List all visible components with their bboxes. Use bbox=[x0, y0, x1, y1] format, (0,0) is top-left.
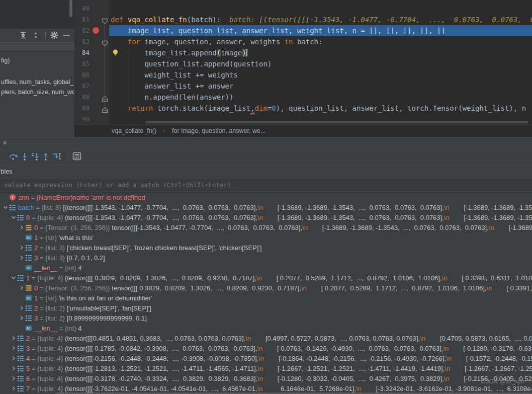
variable-row-1[interactable]: 011 = {str} 'what is this' bbox=[0, 232, 532, 243]
code-line[interactable]: image_list.append(image) bbox=[109, 47, 532, 58]
gutter-row: 85 bbox=[74, 58, 109, 69]
chevron-down-icon[interactable] bbox=[10, 275, 17, 281]
frame-item[interactable]: plers, batch_size, num_wo bbox=[1, 89, 75, 96]
close-icon[interactable]: × bbox=[3, 138, 7, 147]
variable-row-6[interactable]: 6 = {tuple: 4} (tensor([[[-0.3178, -0.27… bbox=[0, 373, 532, 383]
variables-tree: !ann = {NameError}name 'ann' is not defi… bbox=[0, 192, 532, 394]
step-over-icon[interactable] bbox=[9, 152, 19, 161]
variable-row-3[interactable]: 3 = {tuple: 4} (tensor([[[ 0.1785, -0.08… bbox=[0, 343, 532, 353]
variable-row-7[interactable]: 7 = {tuple: 4} (tensor([[[-3.7622e-01, -… bbox=[0, 383, 532, 393]
code-editor[interactable]: 8081828384858687888990 def vqa_collate_f… bbox=[74, 0, 532, 124]
variable-row-batch[interactable]: batch = {list: 8} [(tensor([[[-1.3543, -… bbox=[0, 202, 532, 212]
chevron-right-icon[interactable] bbox=[10, 365, 17, 371]
breakpoint-dot-icon[interactable] bbox=[93, 27, 99, 34]
breadcrumb-statement[interactable]: for image, question, answer, we... bbox=[172, 127, 265, 134]
chevron-right-icon[interactable] bbox=[10, 355, 17, 361]
equals-sign: = bbox=[30, 214, 37, 221]
equals-sign: = bbox=[30, 345, 37, 352]
variable-value: tensor([[[ 0.3829, 0.8209, 1.3026, ..., … bbox=[112, 284, 532, 292]
run-to-cursor-icon[interactable] bbox=[52, 152, 62, 161]
list-variable-icon bbox=[9, 204, 18, 211]
variable-row-ann[interactable]: !ann = {NameError}name 'ann' is not defi… bbox=[0, 192, 532, 202]
code-line[interactable] bbox=[109, 3, 532, 14]
equals-sign: = bbox=[29, 194, 37, 201]
variable-value: 4 bbox=[78, 325, 81, 332]
gutter-row: 89 bbox=[74, 103, 109, 114]
variable-row-1[interactable]: 011 = {str} 'is this on air fan or dehum… bbox=[0, 293, 532, 303]
code-line[interactable]: for image, question, answer, weights in … bbox=[109, 36, 532, 47]
tensor-variable-icon bbox=[25, 224, 34, 231]
variable-row-4[interactable]: 4 = {tuple: 4} (tensor([[[-0.2156, -0.24… bbox=[0, 353, 532, 363]
variable-value: (tensor([[[-1.2813, -1.2521, -1.2521, ..… bbox=[65, 365, 532, 372]
force-step-into-icon[interactable] bbox=[31, 152, 41, 161]
variable-row-5[interactable]: 5 = {tuple: 4} (tensor([[[-1.2813, -1.25… bbox=[0, 363, 532, 373]
svg-text:01: 01 bbox=[27, 296, 31, 300]
variable-row-2[interactable]: 2 = {list: 2} ['unsuitable[SEP]', 'fan[S… bbox=[0, 303, 532, 313]
svg-text:!: ! bbox=[12, 195, 13, 200]
code-line[interactable]: def vqa_collate_fn(batch): batch: [(tens… bbox=[109, 14, 532, 25]
hide-icon[interactable] bbox=[62, 31, 71, 40]
variable-name: batch bbox=[18, 204, 34, 211]
variable-row-3[interactable]: 3 = {list: 2} [0.8999999999999999, 0.1] bbox=[0, 313, 532, 323]
variable-type: {list: 2} bbox=[45, 314, 67, 322]
chevron-right-icon[interactable] bbox=[10, 375, 17, 381]
chevron-down-icon[interactable] bbox=[10, 214, 17, 220]
variable-row-__len__[interactable]: 01__len__ = {int} 4 bbox=[0, 323, 532, 333]
variable-row-2[interactable]: 2 = {tuple: 4} (tensor([[[0.4851, 0.4851… bbox=[0, 333, 532, 343]
variable-name: 1 bbox=[34, 234, 38, 242]
variable-value: [0.8999999999999999, 0.1] bbox=[67, 314, 147, 322]
variable-type: {tuple: 4} bbox=[37, 385, 65, 392]
list-variable-icon bbox=[17, 335, 26, 342]
frame-item[interactable]: fig) bbox=[1, 57, 10, 64]
editor-code-area[interactable]: def vqa_collate_fn(batch): batch: [(tens… bbox=[109, 0, 532, 124]
variable-row-0[interactable]: 0 = {tuple: 4} (tensor([[[-1.3543, -1.04… bbox=[0, 212, 532, 222]
chevron-right-icon[interactable] bbox=[18, 305, 25, 311]
chevron-right-icon[interactable] bbox=[10, 335, 17, 341]
code-line[interactable]: question_list.append(question) bbox=[109, 58, 532, 69]
chevron-right-icon[interactable] bbox=[18, 315, 25, 321]
editor-horizontal-scrollbar[interactable] bbox=[145, 121, 528, 123]
breadcrumb-chevron-icon: › bbox=[163, 127, 165, 134]
line-number: 85 bbox=[77, 58, 90, 69]
chevron-right-icon[interactable] bbox=[18, 245, 25, 251]
list-variable-icon bbox=[25, 314, 34, 322]
step-out-icon[interactable] bbox=[41, 152, 51, 161]
chevron-right-icon[interactable] bbox=[10, 385, 17, 391]
chevron-down-icon[interactable] bbox=[2, 204, 9, 210]
gear-icon[interactable] bbox=[50, 31, 59, 40]
code-line[interactable]: answer_list += answer bbox=[109, 81, 532, 92]
variable-value: 4 bbox=[78, 264, 81, 272]
variable-row-3[interactable]: 3 = {list: 3} [0.7, 0.1, 0.2] bbox=[0, 253, 532, 263]
variable-row-0[interactable]: 0 = {Tensor: (3, 256, 256)} tensor([[[ 0… bbox=[0, 283, 532, 293]
chevron-right-icon[interactable] bbox=[18, 255, 25, 261]
variable-type: {tuple: 4} bbox=[37, 375, 65, 382]
gutter-row: 86 bbox=[74, 69, 109, 81]
expand-all-icon[interactable] bbox=[19, 31, 28, 40]
chevron-right-icon[interactable] bbox=[10, 345, 17, 351]
variable-row-2[interactable]: 2 = {list: 3} ['chicken breast[SEP]', 'f… bbox=[0, 243, 532, 253]
gutter-row: 84 bbox=[74, 47, 109, 58]
variable-type: {tuple: 4} bbox=[37, 274, 65, 282]
code-line[interactable]: return torch.stack(image_list,dim=0), qu… bbox=[109, 103, 532, 114]
code-line[interactable]: weight_list += weights bbox=[109, 69, 532, 81]
breadcrumb-function[interactable]: vqa_collate_fn() bbox=[112, 127, 156, 134]
variable-type: {int} bbox=[65, 264, 78, 272]
code-line[interactable]: n.append(len(answer)) bbox=[109, 92, 532, 103]
code-line[interactable]: image_list, question_list, answer_list, … bbox=[109, 25, 532, 36]
frames-scrollbar[interactable] bbox=[69, 0, 72, 17]
step-into-icon[interactable] bbox=[20, 152, 30, 161]
collapse-all-icon[interactable] bbox=[31, 31, 40, 40]
equals-sign: = bbox=[38, 254, 45, 262]
variable-type: {Tensor: (3, 256, 256)} bbox=[45, 284, 112, 292]
frame-item[interactable]: uffles, num_tasks, global_ bbox=[1, 78, 73, 86]
chevron-right-icon[interactable] bbox=[18, 285, 25, 291]
variable-type: {int} bbox=[65, 325, 78, 332]
watch-expression-input[interactable]: valuate expression (Enter) or add a watc… bbox=[0, 178, 532, 193]
evaluate-expression-icon[interactable] bbox=[72, 152, 82, 161]
variable-row-__len__[interactable]: 01__len__ = {int} 4 bbox=[0, 263, 532, 273]
list-variable-icon bbox=[25, 254, 34, 261]
variable-row-1[interactable]: 1 = {tuple: 4} (tensor([[[ 0.3829, 0.820… bbox=[0, 273, 532, 283]
chevron-right-icon[interactable] bbox=[18, 224, 25, 230]
variable-row-0[interactable]: 0 = {Tensor: (3, 256, 256)} tensor([[[-1… bbox=[0, 222, 532, 232]
intention-bulb-icon[interactable] bbox=[112, 49, 119, 58]
